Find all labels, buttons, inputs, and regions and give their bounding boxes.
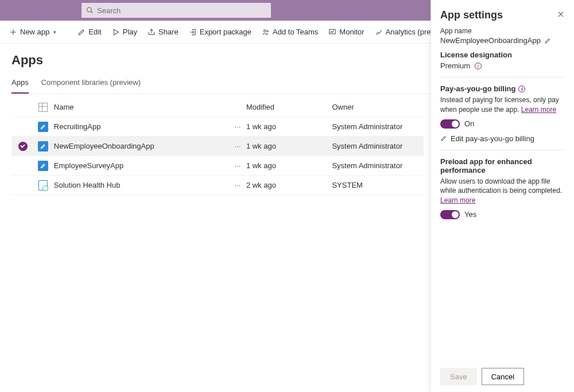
table-row[interactable]: EmployeeSurveyApp···1 wk agoSystem Admin… — [11, 156, 424, 176]
billing-toggle[interactable] — [440, 119, 460, 129]
info-icon[interactable]: i — [475, 63, 482, 69]
app-icon — [38, 122, 48, 132]
teams-icon — [262, 28, 270, 36]
export-button[interactable]: Export package — [189, 28, 251, 36]
app-name-cell[interactable]: RecruitingApp — [52, 122, 229, 131]
billing-heading: Pay-as-you-go billing i — [440, 84, 565, 93]
teams-label: Add to Teams — [273, 28, 318, 36]
share-button[interactable]: Share — [148, 28, 179, 36]
export-label: Export package — [200, 28, 251, 36]
modified-cell: 1 wk ago — [246, 161, 332, 170]
document-icon — [38, 180, 48, 191]
info-icon[interactable]: i — [518, 86, 525, 92]
pencil-icon — [77, 28, 86, 36]
more-actions-button[interactable]: ··· — [229, 181, 246, 189]
license-value: Premium — [440, 61, 470, 70]
new-app-button[interactable]: New app ▾ — [9, 28, 56, 36]
license-heading: License designation — [440, 51, 565, 59]
panel-footer: Save Cancel — [431, 361, 574, 392]
owner-cell: SYSTEM — [332, 181, 424, 189]
billing-description: Instead of paying for licenses, only pay… — [440, 95, 565, 115]
app-name-cell[interactable]: EmployeeSurveyApp — [52, 161, 229, 170]
preload-toggle-label: Yes — [464, 210, 476, 219]
owner-cell: System Administrator — [332, 122, 424, 131]
more-actions-button[interactable]: ··· — [229, 142, 246, 150]
svg-point-6 — [264, 29, 266, 32]
apps-table: Name Modified Owner RecruitingApp···1 wk… — [11, 98, 424, 195]
owner-cell: System Administrator — [332, 161, 424, 170]
app-name-value: NewEmployeeOnboardingApp — [440, 36, 541, 45]
learn-more-link[interactable]: Learn more — [521, 106, 556, 114]
svg-rect-8 — [329, 29, 336, 34]
edit-button[interactable]: Edit — [77, 28, 101, 36]
svg-marker-5 — [114, 29, 118, 34]
column-header-name[interactable]: Name — [52, 103, 229, 111]
search-icon — [86, 6, 94, 14]
panel-title: App settings — [440, 9, 503, 21]
learn-more-link[interactable]: Learn more — [440, 196, 475, 204]
app-icon — [38, 161, 48, 171]
close-icon — [557, 10, 565, 18]
edit-label: Edit — [88, 28, 101, 36]
preload-toggle[interactable] — [440, 210, 460, 219]
share-label: Share — [158, 28, 179, 36]
modified-cell: 2 wk ago — [246, 181, 332, 189]
tab-apps[interactable]: Apps — [11, 78, 29, 94]
table-row[interactable]: RecruitingApp···1 wk agoSystem Administr… — [11, 117, 424, 137]
more-actions-button[interactable]: ··· — [229, 122, 246, 131]
divider — [440, 150, 565, 150]
search-input[interactable] — [97, 6, 266, 15]
analytics-icon — [375, 28, 383, 36]
divider — [440, 77, 565, 77]
search-box[interactable] — [82, 3, 271, 18]
more-actions-button[interactable]: ··· — [229, 161, 246, 170]
app-name-cell[interactable]: Solution Health Hub — [52, 181, 229, 189]
monitor-label: Monitor — [339, 28, 364, 36]
billing-toggle-label: On — [464, 119, 474, 128]
separator — [67, 26, 67, 38]
play-label: Play — [123, 28, 137, 36]
preload-description: Allow users to download the app file whi… — [440, 177, 565, 205]
pencil-icon — [440, 135, 447, 142]
table-header: Name Modified Owner — [11, 98, 424, 117]
chevron-down-icon: ▾ — [53, 29, 56, 35]
svg-line-1 — [91, 11, 92, 13]
svg-point-0 — [87, 7, 92, 12]
table-row[interactable]: Solution Health Hub···2 wk agoSYSTEM — [11, 176, 424, 195]
app-settings-panel: App settings App name NewEmployeeOnboard… — [430, 0, 574, 392]
svg-point-7 — [267, 30, 268, 32]
column-header-owner[interactable]: Owner — [332, 103, 424, 111]
plus-icon — [9, 28, 17, 36]
add-to-teams-button[interactable]: Add to Teams — [262, 28, 318, 36]
edit-billing-link[interactable]: Edit pay-as-you-go billing — [440, 134, 565, 143]
app-name-label: App name — [440, 27, 565, 35]
play-button[interactable]: Play — [112, 28, 137, 36]
monitor-button[interactable]: Monitor — [328, 28, 364, 36]
table-row[interactable]: NewEmployeeOnboardingApp···1 wk agoSyste… — [11, 137, 424, 156]
modified-cell: 1 wk ago — [246, 122, 332, 131]
new-app-label: New app — [20, 28, 49, 36]
close-button[interactable] — [557, 10, 565, 20]
owner-cell: System Administrator — [332, 142, 424, 150]
save-button: Save — [440, 368, 477, 385]
edit-billing-label: Edit pay-as-you-go billing — [451, 134, 534, 143]
checkmark-icon[interactable] — [18, 142, 28, 151]
app-icon — [38, 141, 48, 152]
layout-icon[interactable] — [38, 103, 48, 112]
app-name-cell[interactable]: NewEmployeeOnboardingApp — [52, 142, 229, 150]
edit-app-name-icon[interactable] — [544, 37, 551, 44]
export-icon — [189, 28, 197, 36]
play-icon — [112, 28, 120, 36]
preload-heading: Preload app for enhanced performance — [440, 157, 565, 174]
cancel-button[interactable]: Cancel — [482, 368, 524, 385]
column-header-modified[interactable]: Modified — [246, 103, 332, 111]
modified-cell: 1 wk ago — [246, 142, 332, 150]
share-icon — [148, 28, 156, 36]
monitor-icon — [328, 28, 336, 36]
tab-component-libraries[interactable]: Component libraries (preview) — [41, 78, 141, 94]
